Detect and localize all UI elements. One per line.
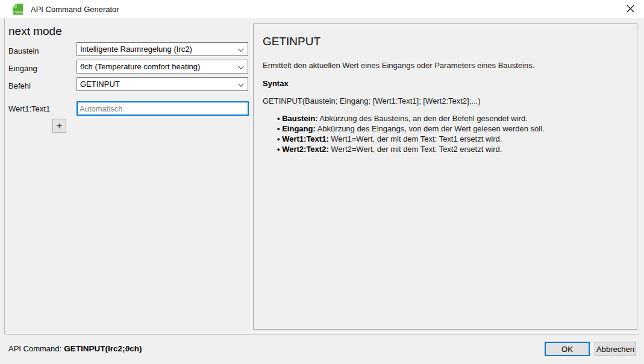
baustein-dropdown-value: Intelligente Raumregelung (Irc2): [80, 45, 192, 54]
param-text: Abkürzung des Eingangs, von dem der Wert…: [316, 124, 545, 133]
list-item: Eingang: Abkürzung des Eingangs, von dem…: [277, 124, 627, 134]
wert1-text1-label: Wert1:Text1: [8, 104, 50, 113]
baustein-dropdown[interactable]: Intelligente Raumregelung (Irc2): [77, 42, 248, 56]
chevron-down-icon: [238, 63, 244, 69]
add-parameter-button[interactable]: +: [52, 119, 66, 133]
list-item: Wert2:Text2: Wert2=Wert, der mit dem Tex…: [277, 144, 627, 154]
list-item: Baustein: Abkürzung des Bausteins, an de…: [277, 113, 627, 124]
close-button[interactable]: [617, 0, 644, 17]
param-text: Wert1=Wert, der mit dem Text: Text1 erse…: [329, 134, 502, 143]
window-title: API Command Generator: [31, 5, 119, 14]
doc-syntax-heading: Syntax: [263, 79, 627, 88]
ok-button[interactable]: OK: [545, 342, 590, 356]
param-term: Baustein:: [282, 114, 317, 123]
close-icon: [627, 5, 634, 13]
app-config-icon: CONFIG: [13, 4, 23, 15]
cancel-button[interactable]: Abbrechen: [595, 342, 636, 356]
wert1-text1-input[interactable]: [77, 101, 249, 116]
param-term: Wert1:Text1:: [282, 134, 329, 143]
api-command-generator-dialog: CONFIG API Command Generator next mode B…: [0, 0, 644, 364]
befehl-dropdown-value: GETINPUT: [80, 80, 120, 89]
title-bar: CONFIG API Command Generator: [0, 0, 644, 18]
footer-separator: [5, 334, 639, 335]
doc-syntax-line: GETINPUT(Baustein; Eingang; [Wert1:Text1…: [263, 96, 627, 105]
param-term: Wert2:Text2:: [282, 145, 329, 154]
doc-parameter-list: Baustein: Abkürzung des Bausteins, an de…: [263, 113, 627, 154]
api-command-preview: API Command:GETINPUT(Irc2;ϑch): [8, 344, 142, 353]
plus-icon: +: [57, 121, 63, 131]
param-text: Wert2=Wert, der mit dem Text: Text2 erse…: [329, 145, 502, 154]
baustein-label: Baustein: [8, 46, 39, 55]
command-doc-panel: GETINPUT Ermittelt den aktuellen Wert ei…: [253, 24, 637, 330]
eingang-label: Eingang: [8, 64, 37, 73]
eingang-dropdown-value: ϑch (Temperature comfort heating): [80, 62, 200, 71]
api-command-label: API Command:: [8, 344, 61, 353]
eingang-dropdown[interactable]: ϑch (Temperature comfort heating): [77, 60, 248, 74]
befehl-dropdown[interactable]: GETINPUT: [77, 77, 248, 91]
param-term: Eingang:: [282, 124, 316, 133]
block-title: next mode: [8, 25, 62, 38]
param-text: Abkürzung des Bausteins, an den der Befe…: [317, 114, 527, 123]
app-icon-fold: [13, 4, 17, 8]
app-icon-label: CONFIG: [13, 11, 23, 14]
list-item: Wert1:Text1: Wert1=Wert, der mit dem Tex…: [277, 134, 627, 144]
chevron-down-icon: [238, 81, 244, 87]
api-command-value: GETINPUT(Irc2;ϑch): [64, 344, 142, 353]
left-edge-line: [4, 19, 5, 334]
doc-description: Ermittelt den aktuellen Wert eines Einga…: [263, 61, 627, 70]
befehl-label: Befehl: [8, 81, 31, 90]
doc-command-title: GETINPUT: [263, 35, 627, 48]
chevron-down-icon: [238, 46, 244, 52]
